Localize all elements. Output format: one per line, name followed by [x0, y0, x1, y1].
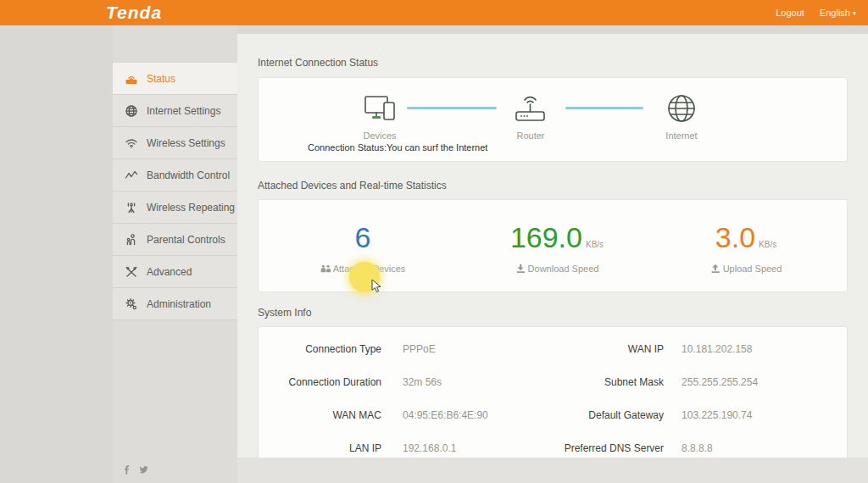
field-label: Preferred DNS Server — [547, 442, 664, 454]
download-icon — [515, 263, 526, 274]
sidebar-item-label: Bandwidth Control — [147, 169, 230, 181]
sidebar-item-wireless-settings[interactable]: Wireless Settings — [113, 127, 237, 159]
system-info-row: Connection TypePPPoE WAN IP10.181.202.15… — [259, 332, 847, 365]
facebook-icon[interactable] — [122, 463, 131, 478]
field-value: 8.8.8.8 — [682, 442, 713, 454]
stat-attached-devices: 6 Attached Devices — [320, 220, 406, 274]
field-value: 04:95:E6:B6:4E:90 — [403, 409, 488, 421]
logout-button[interactable]: Logout — [776, 8, 804, 18]
sidebar-item-bandwidth-control[interactable]: Bandwidth Control — [113, 159, 237, 192]
sidebar-item-status[interactable]: Status — [113, 63, 237, 95]
people-icon — [320, 263, 331, 274]
system-info-row: WAN MAC04:95:E6:B6:4E:90 Default Gateway… — [259, 398, 847, 431]
tools-icon — [124, 264, 138, 279]
chevron-down-icon: ▾ — [853, 9, 856, 17]
antenna-icon — [124, 200, 138, 214]
language-dropdown[interactable]: English ▾ — [820, 8, 856, 18]
field-value: 32m 56s — [403, 376, 442, 388]
upload-icon — [710, 263, 721, 274]
field-value: 10.181.202.158 — [682, 343, 752, 355]
field-label: Connection Type — [259, 343, 381, 355]
devices-icon — [362, 88, 398, 125]
twitter-icon[interactable] — [139, 463, 148, 478]
system-info-row: Connection Duration32m 56s Subnet Mask25… — [259, 365, 847, 398]
field-label: Default Gateway — [547, 409, 664, 421]
router-icon — [511, 88, 550, 125]
sidebar-item-label: Internet Settings — [147, 105, 220, 117]
section-title-connection: Internet Connection Status — [258, 57, 848, 69]
sidebar-item-label: Wireless Repeating — [147, 202, 235, 214]
parent-child-icon — [124, 232, 138, 247]
node-router: Router — [511, 88, 550, 141]
download-speed-value: 169.0 — [510, 220, 582, 254]
field-label: LAN IP — [259, 442, 381, 454]
main-content: Internet Connection Status Devices Route… — [237, 34, 868, 483]
bottom-strip — [237, 458, 868, 483]
node-internet: Internet — [665, 88, 698, 141]
field-value: 255.255.255.254 — [682, 376, 758, 388]
globe-icon — [124, 103, 138, 118]
router-status-icon — [124, 71, 138, 86]
field-label: Subnet Mask — [547, 376, 664, 388]
connection-line-left — [407, 107, 497, 109]
connection-status-text: Connection Status:You can surf the Inter… — [308, 142, 487, 153]
node-label: Devices — [362, 130, 398, 141]
sidebar-item-wireless-repeating[interactable]: Wireless Repeating — [113, 192, 237, 224]
connection-status-card: Devices Router Internet Connection Statu… — [258, 77, 848, 162]
sidebar-item-label: Administration — [147, 298, 211, 310]
field-value: 103.225.190.74 — [682, 409, 752, 421]
sidebar-item-parental-controls[interactable]: Parental Controls — [113, 224, 237, 256]
sidebar-item-administration[interactable]: Administration — [113, 288, 237, 320]
sidebar-item-advanced[interactable]: Advanced — [113, 256, 237, 288]
node-label: Internet — [665, 130, 698, 141]
tenda-logo: Tenda — [106, 3, 162, 23]
gear-icon — [124, 297, 138, 311]
upload-speed-unit: KB/s — [759, 240, 776, 249]
field-label: WAN IP — [547, 343, 664, 355]
stat-label: Attached Devices — [333, 264, 406, 274]
top-bar: Tenda Logout English ▾ — [0, 0, 868, 25]
field-value: 192.168.0.1 — [403, 442, 456, 454]
node-devices: Devices — [362, 88, 398, 141]
node-label: Router — [511, 130, 550, 141]
section-title-stats: Attached Devices and Real-time Statistic… — [258, 180, 848, 192]
statistics-card: 6 Attached Devices 169.0 KB/s Download S… — [258, 199, 848, 292]
sidebar-item-label: Wireless Settings — [147, 137, 225, 149]
stat-upload-speed: 3.0 KB/s Upload Speed — [710, 220, 782, 274]
sidebar-item-label: Status — [147, 73, 175, 85]
sidebar-item-internet-settings[interactable]: Internet Settings — [113, 95, 237, 127]
field-label: WAN MAC — [259, 409, 381, 421]
sidebar: Status Internet Settings Wireless Settin… — [113, 25, 237, 483]
field-value: PPPoE — [403, 343, 436, 355]
internet-globe-icon — [665, 88, 698, 125]
sidebar-item-label: Advanced — [147, 266, 192, 278]
attached-devices-value: 6 — [355, 220, 371, 254]
connection-line-right — [565, 107, 643, 109]
stat-download-speed: 169.0 KB/s Download Speed — [510, 220, 604, 274]
stat-label: Upload Speed — [723, 264, 782, 274]
wifi-icon — [124, 136, 138, 150]
sidebar-item-label: Parental Controls — [147, 234, 225, 246]
section-title-system-info: System Info — [258, 307, 848, 319]
field-label: Connection Duration — [259, 376, 381, 388]
upload-speed-value: 3.0 — [715, 220, 755, 254]
bandwidth-chart-icon — [124, 168, 138, 182]
stat-label: Download Speed — [528, 264, 599, 274]
download-speed-unit: KB/s — [586, 240, 604, 249]
language-label: English — [820, 8, 850, 18]
